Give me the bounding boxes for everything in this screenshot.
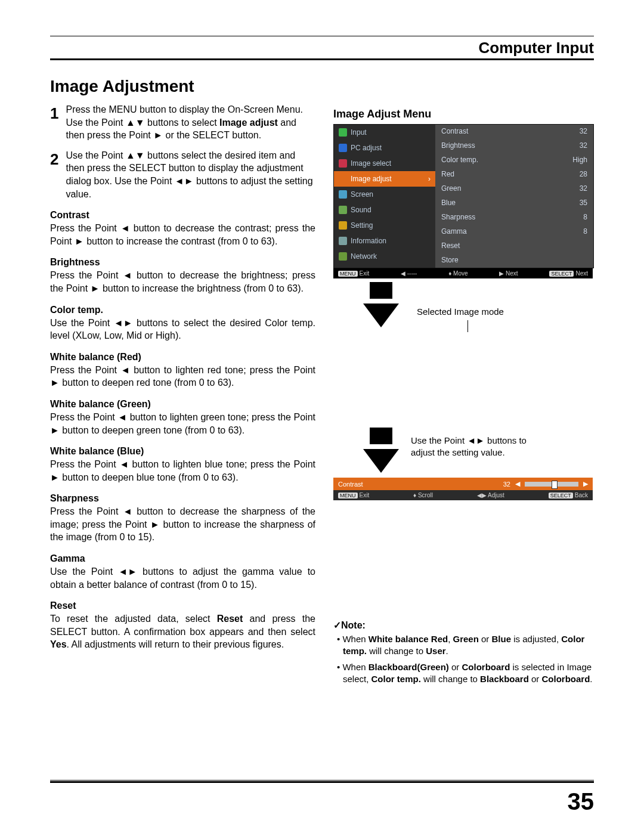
menu-icon — [339, 237, 347, 245]
item-head: White balance (Red) — [50, 352, 315, 363]
arrow-down-2 — [333, 428, 399, 478]
menu-icon — [339, 206, 347, 214]
slider-label: Contrast — [338, 481, 363, 488]
osd-menu-item: Image select — [334, 156, 435, 171]
note-head: ✓Note: — [333, 620, 594, 631]
step-2: 2 Use the Point ▲▼ buttons select the de… — [50, 149, 315, 200]
osd-menu: InputPC adjustImage selectImage adjust ›… — [333, 124, 594, 268]
chevron-right-icon: › — [428, 175, 431, 183]
menu-icon — [339, 190, 347, 199]
item-text: Use the Point ◄► buttons to select the d… — [50, 317, 315, 342]
item-head: Color temp. — [50, 305, 315, 315]
rule-top — [50, 36, 594, 36]
slider-track — [525, 482, 578, 487]
osd-menu-item: Information — [334, 233, 435, 249]
osd-item-label: Image adjust — [351, 175, 392, 183]
arrow-down-1 — [333, 282, 399, 332]
slider-footer: MENUExit ♦ Scroll ◀▶ Adjust SELECTBack — [333, 490, 593, 500]
osd-value-row: Gamma8 — [435, 225, 593, 239]
osd-value-row: Green32 — [435, 182, 593, 196]
osd-value-row: Brightness32 — [435, 139, 593, 153]
slider-value: 32 — [503, 481, 510, 488]
osd-right-panel: Contrast32Brightness32Color temp.HighRed… — [435, 125, 593, 268]
manual-page: Computer Input Image Adjustment 1 Press … — [0, 0, 644, 833]
item-text: Use the Point ◄► buttons to adjust the g… — [50, 565, 315, 591]
step-text: Press the MENU button to display the On-… — [66, 103, 315, 142]
annot-adjust: Use the Point ◄► buttons to adjust the s… — [411, 435, 530, 458]
osd-menu-item: Setting — [334, 218, 435, 233]
menu-icon — [339, 252, 347, 261]
menu-icon — [339, 175, 347, 183]
osd-item-label: Screen — [351, 190, 373, 199]
right-title: Image Adjust Menu — [333, 108, 594, 120]
menu-icon — [339, 128, 347, 137]
item-text: Press the Point ◄ button to decrease the… — [50, 505, 315, 544]
item-text: Press the Point ◄ button to decrease the… — [50, 269, 315, 295]
item-text: Press the Point ◄ button to lighten red … — [50, 364, 315, 389]
step-number: 1 — [50, 103, 58, 142]
reset-text: To reset the adjusted data, select Reset… — [50, 612, 315, 651]
note-bullet: When Blackboard(Green) or Colorboard is … — [343, 661, 594, 686]
note-block: ✓Note: When White balance Red, Green or … — [333, 620, 594, 685]
item-head: White balance (Green) — [50, 399, 315, 410]
osd-menu-item: Sound — [334, 202, 435, 218]
step-number: 2 — [50, 149, 58, 200]
osd-item-label: PC adjust — [351, 144, 382, 152]
item-text: Press the Point ◄ button to lighten blue… — [50, 458, 315, 484]
item-head: White balance (Blue) — [50, 446, 315, 457]
item-text: Press the Point ◄ button to lighten gree… — [50, 411, 315, 436]
reset-head: Reset — [50, 600, 315, 611]
osd-left-panel: InputPC adjustImage selectImage adjust ›… — [334, 125, 435, 268]
step-text: Use the Point ▲▼ buttons select the desi… — [66, 149, 315, 200]
osd-item-label: Information — [351, 237, 386, 245]
slider-knob — [552, 481, 558, 489]
osd-item-label: Image select — [351, 159, 391, 168]
step-1: 1 Press the MENU button to display the O… — [50, 103, 315, 142]
slider-bar: Contrast 32 ◀ ▶ — [333, 478, 593, 490]
osd-value-row: Red28 — [435, 168, 593, 182]
osd-value-row: Store — [435, 253, 593, 268]
rule-thick — [50, 58, 594, 60]
menu-icon — [339, 221, 347, 230]
osd-item-label: Network — [351, 252, 377, 261]
osd-footer: MENUExit ◀ ----- ♦ Move ▶ Next SELECTNex… — [333, 268, 593, 278]
menu-icon — [339, 144, 347, 152]
item-head: Brightness — [50, 257, 315, 268]
osd-item-label: Setting — [351, 221, 373, 230]
annot-selected-mode: Selected Image mode — [417, 306, 504, 318]
rule-bottom-outer — [50, 780, 594, 781]
osd-value-row: Contrast32 — [435, 125, 593, 139]
item-text: Press the Point ◄ button to decrease the… — [50, 222, 315, 247]
pointer-line — [467, 320, 468, 332]
osd-item-label: Input — [351, 128, 367, 137]
osd-menu-item: PC adjust — [334, 140, 435, 156]
osd-item-label: Sound — [351, 206, 371, 214]
right-column: Image Adjust Menu InputPC adjustImage se… — [333, 103, 594, 689]
header-title: Computer Input — [50, 39, 594, 57]
left-column: 1 Press the MENU button to display the O… — [50, 103, 315, 689]
rule-bottom-inner — [50, 781, 594, 783]
item-head: Contrast — [50, 210, 315, 221]
osd-value-row: Color temp.High — [435, 153, 593, 168]
section-title: Image Adjustment — [50, 77, 594, 96]
osd-menu-item: Screen — [334, 187, 435, 202]
note-bullet: When White balance Red, Green or Blue is… — [343, 633, 594, 658]
item-head: Sharpness — [50, 493, 315, 504]
osd-menu-item: Input — [334, 125, 435, 140]
item-head: Gamma — [50, 553, 315, 564]
osd-menu-item: Network — [334, 249, 435, 264]
menu-icon — [339, 159, 347, 168]
osd-menu-item: Image adjust › — [334, 171, 435, 187]
osd-value-row: Sharpness8 — [435, 210, 593, 225]
page-number: 35 — [568, 788, 595, 815]
osd-value-row: Reset — [435, 239, 593, 253]
osd-value-row: Blue35 — [435, 196, 593, 210]
